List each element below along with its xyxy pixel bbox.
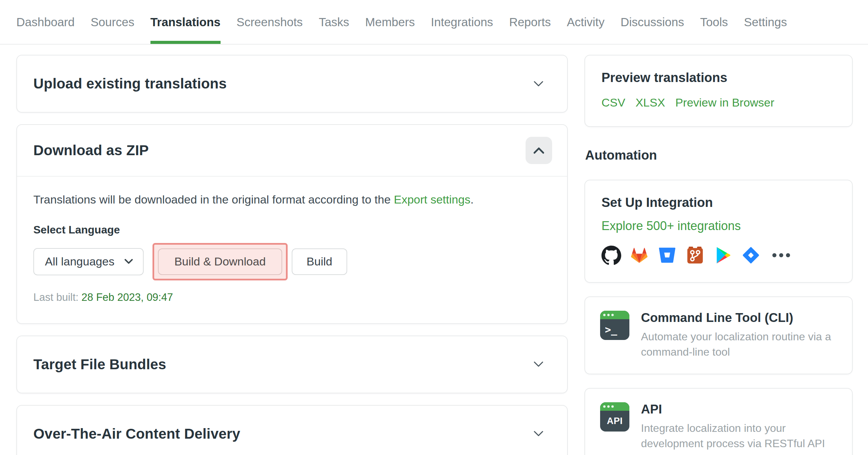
cli-card-title: Command Line Tool (CLI): [641, 311, 837, 325]
google-play-icon[interactable]: [713, 245, 733, 265]
project-tabs: Dashboard Sources Translations Screensho…: [0, 0, 868, 45]
set-up-integration-title: Set Up Integration: [601, 195, 836, 210]
chevron-up-icon: [533, 147, 545, 154]
tab-activity[interactable]: Activity: [567, 0, 605, 44]
last-built-status: Last built: 28 Feb 2023, 09:47: [33, 291, 551, 304]
last-built-date: 28 Feb 2023, 09:47: [81, 291, 173, 303]
xlsx-link[interactable]: XLSX: [636, 96, 665, 109]
api-card-description: Integrate localization into your develop…: [641, 421, 837, 452]
bitbucket-icon[interactable]: [657, 245, 677, 265]
target-file-bundles-panel[interactable]: Target File Bundles: [16, 336, 568, 393]
tab-settings[interactable]: Settings: [744, 0, 787, 44]
upload-existing-translations-panel[interactable]: Upload existing translations: [16, 55, 568, 113]
preview-links-row: CSV XLSX Preview in Browser: [601, 96, 836, 109]
set-up-integration-card: Set Up Integration Explore 500+ integrat…: [584, 180, 853, 283]
download-as-zip-panel: Download as ZIP Translations will be dow…: [16, 124, 568, 324]
cli-terminal-icon: >_: [600, 311, 629, 340]
description-period: .: [470, 193, 473, 206]
build-and-download-button[interactable]: Build & Download: [158, 248, 282, 275]
cli-tool-card[interactable]: >_ Command Line Tool (CLI) Automate your…: [584, 296, 853, 374]
api-terminal-icon: API: [600, 402, 629, 432]
tab-members[interactable]: Members: [365, 0, 415, 44]
cli-card-text: Command Line Tool (CLI) Automate your lo…: [641, 311, 837, 360]
build-button[interactable]: Build: [292, 248, 348, 275]
panel-title: Target File Bundles: [33, 356, 166, 373]
description-text: Translations will be downloaded in the o…: [33, 193, 394, 206]
more-integrations-icon[interactable]: [772, 253, 790, 257]
chevron-down-icon: [534, 361, 543, 367]
tab-integrations[interactable]: Integrations: [431, 0, 493, 44]
panel-title: Upload existing translations: [33, 76, 227, 92]
automation-heading: Automation: [585, 148, 853, 163]
tab-tools[interactable]: Tools: [700, 0, 728, 44]
tab-sources[interactable]: Sources: [91, 0, 134, 44]
download-panel-header[interactable]: Download as ZIP: [17, 125, 567, 177]
tab-translations[interactable]: Translations: [150, 0, 221, 44]
git-icon[interactable]: [685, 245, 705, 265]
translations-main-column: Upload existing translations Download as…: [16, 55, 568, 455]
over-the-air-content-delivery-panel[interactable]: Over-The-Air Content Delivery: [16, 405, 568, 455]
build-download-highlight: Build & Download: [152, 243, 287, 280]
github-icon[interactable]: [601, 245, 621, 265]
api-card-title: API: [641, 402, 837, 417]
preview-translations-card: Preview translations CSV XLSX Preview in…: [584, 55, 853, 127]
last-built-label: Last built:: [33, 291, 81, 303]
build-controls-row: All languages Build & Download Build: [33, 243, 551, 280]
api-tool-card[interactable]: API API Integrate localization into your…: [584, 388, 853, 455]
tab-tasks[interactable]: Tasks: [319, 0, 349, 44]
explore-integrations-link[interactable]: Explore 500+ integrations: [601, 219, 741, 233]
jira-icon[interactable]: [741, 245, 761, 265]
cli-card-description: Automate your localization routine via a…: [641, 329, 837, 360]
page-content: Upload existing translations Download as…: [0, 45, 868, 455]
tab-screenshots[interactable]: Screenshots: [237, 0, 303, 44]
chevron-down-icon: [534, 81, 543, 87]
csv-link[interactable]: CSV: [601, 96, 625, 109]
panel-title: Over-The-Air Content Delivery: [33, 426, 240, 442]
collapse-panel-button[interactable]: [526, 137, 552, 164]
chevron-down-icon: [125, 259, 133, 264]
export-settings-link[interactable]: Export settings: [394, 193, 470, 206]
preview-translations-title: Preview translations: [601, 70, 836, 85]
tab-dashboard[interactable]: Dashboard: [16, 0, 75, 44]
integration-icons-row: [601, 245, 836, 265]
tab-reports[interactable]: Reports: [509, 0, 551, 44]
download-description: Translations will be downloaded in the o…: [33, 192, 551, 208]
panel-title: Download as ZIP: [33, 142, 149, 159]
gitlab-icon[interactable]: [629, 245, 649, 265]
tab-discussions[interactable]: Discussions: [621, 0, 684, 44]
language-select-value: All languages: [45, 255, 114, 268]
preview-in-browser-link[interactable]: Preview in Browser: [675, 96, 774, 109]
select-language-label: Select Language: [33, 224, 551, 236]
language-select[interactable]: All languages: [33, 248, 144, 275]
api-card-text: API Integrate localization into your dev…: [641, 402, 837, 452]
chevron-down-icon: [534, 431, 543, 437]
download-panel-body: Translations will be downloaded in the o…: [17, 177, 567, 323]
sidebar: Preview translations CSV XLSX Preview in…: [584, 55, 853, 455]
